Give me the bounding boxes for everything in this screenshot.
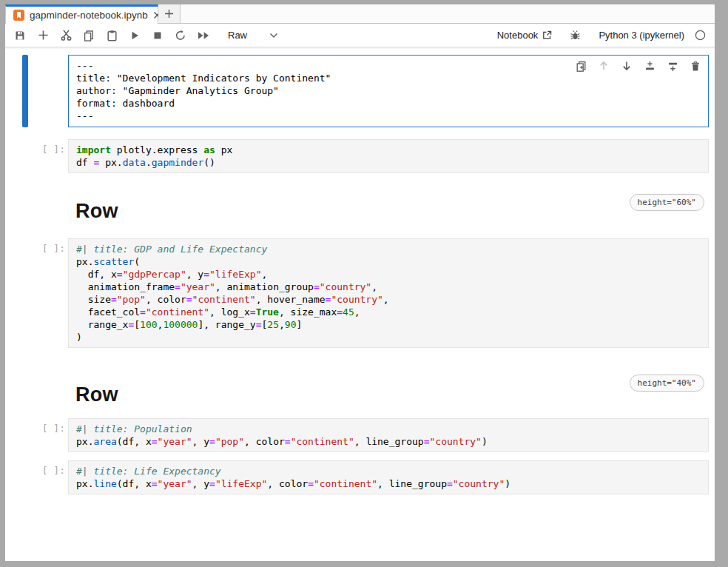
paste-icon[interactable]: [103, 27, 121, 44]
notebook-toolbar: Raw Notebook Python 3 (ipykernel): [5, 24, 715, 47]
cell-type-dropdown[interactable]: Raw: [228, 30, 278, 41]
markdown-rendered-body: Row height="40%": [68, 372, 709, 416]
raw-cell-editor[interactable]: ---title: "Development Indicators by Con…: [68, 55, 709, 127]
cell-code-line[interactable]: [ ]: #| title: Life Expectancypx.line(df…: [5, 460, 709, 494]
cut-icon[interactable]: [57, 27, 75, 44]
interrupt-kernel-icon[interactable]: [149, 27, 166, 44]
open-notebook-view-button[interactable]: Notebook: [497, 30, 553, 41]
cell-collapser[interactable]: [22, 139, 28, 173]
cell-prompt: [ ]:: [42, 423, 65, 434]
add-cell-icon[interactable]: [34, 27, 52, 44]
cell-code-scatter[interactable]: [ ]: #| title: GDP and Life Expectancypx…: [5, 238, 709, 348]
delete-cell-icon[interactable]: [689, 59, 702, 73]
restart-run-all-icon[interactable]: [195, 27, 212, 44]
code-lines: import plotly.express as pxdf = px.data.…: [76, 144, 701, 169]
cell-prompt: [ ]:: [42, 144, 65, 155]
chevron-down-icon: [269, 33, 278, 38]
code-lines: #| title: GDP and Life Expectancypx.scat…: [76, 243, 701, 343]
cell-gutter: [ ]:: [5, 460, 68, 494]
code-lines: #| title: Populationpx.area(df, x="year"…: [76, 423, 701, 448]
cell-gutter: [ ]:: [5, 139, 68, 173]
row-heading: Row: [75, 200, 701, 223]
kernel-status-icon[interactable]: [695, 30, 706, 41]
cell-collapser[interactable]: [22, 189, 28, 238]
markdown-rendered-body: Row height="60%": [68, 189, 709, 238]
tab-title: gapminder-notebook.ipynb: [30, 10, 148, 21]
save-icon[interactable]: [11, 27, 29, 44]
debugger-bug-icon[interactable]: [570, 30, 581, 41]
cell-gutter: [ ]:: [5, 238, 68, 348]
code-cell-editor[interactable]: import plotly.express as pxdf = px.data.…: [68, 139, 709, 173]
cell-collapser[interactable]: [22, 372, 28, 416]
notebook-file-icon: [13, 10, 24, 21]
cell-collapser[interactable]: [22, 55, 28, 127]
cell-gutter: [5, 189, 68, 238]
tab-bar-empty-space: [181, 4, 715, 23]
cell-collapser[interactable]: [22, 238, 28, 348]
copy-icon[interactable]: [80, 27, 98, 44]
notebook-content: ---title: "Development Indicators by Con…: [5, 47, 715, 561]
jupyterlab-window: gapminder-notebook.ipynb: [5, 4, 715, 561]
code-cell-editor[interactable]: #| title: Populationpx.area(df, x="year"…: [68, 418, 709, 452]
cell-raw-yaml[interactable]: ---title: "Development Indicators by Con…: [5, 55, 709, 127]
tab-gapminder-notebook[interactable]: gapminder-notebook.ipynb: [5, 4, 158, 24]
kernel-name[interactable]: Python 3 (ipykernel): [599, 30, 684, 41]
external-link-icon: [542, 30, 552, 40]
new-tab-button[interactable]: [158, 4, 181, 23]
cell-type-value: Raw: [228, 30, 247, 41]
cell-prompt: [ ]:: [42, 243, 65, 254]
move-up-icon[interactable]: [597, 59, 610, 73]
insert-above-icon[interactable]: [643, 59, 656, 73]
run-icon[interactable]: [126, 27, 144, 44]
cell-gutter: [5, 372, 68, 416]
cell-code-import[interactable]: [ ]: import plotly.express as pxdf = px.…: [5, 139, 709, 173]
cell-prompt: [ ]:: [42, 465, 65, 476]
height-attribute-badge: height="40%": [630, 375, 704, 392]
cell-code-area[interactable]: [ ]: #| title: Populationpx.area(df, x="…: [5, 418, 709, 452]
toolbar-right-group: Notebook Python 3 (ipykernel): [497, 30, 706, 41]
plus-icon: [164, 9, 174, 19]
cell-markdown-row-2[interactable]: Row height="40%": [5, 372, 709, 416]
cell-collapser[interactable]: [22, 418, 28, 452]
cell-markdown-row-1[interactable]: Row height="60%": [5, 189, 709, 238]
restart-kernel-icon[interactable]: [172, 27, 189, 44]
cell-gutter: [5, 55, 68, 127]
code-cell-editor[interactable]: #| title: Life Expectancypx.line(df, x="…: [68, 460, 709, 494]
insert-below-icon[interactable]: [666, 59, 679, 73]
notebook-view-label: Notebook: [497, 30, 539, 41]
cell-toolbar: [574, 59, 702, 73]
move-down-icon[interactable]: [620, 59, 633, 73]
cell-collapser[interactable]: [22, 460, 28, 494]
row-heading: Row: [75, 383, 701, 406]
cell-gutter: [ ]:: [5, 418, 68, 452]
code-cell-editor[interactable]: #| title: GDP and Life Expectancypx.scat…: [68, 238, 709, 348]
tab-bar: gapminder-notebook.ipynb: [5, 4, 715, 24]
code-lines: #| title: Life Expectancypx.line(df, x="…: [76, 465, 701, 490]
duplicate-cell-icon[interactable]: [574, 59, 587, 73]
height-attribute-badge: height="60%": [630, 194, 704, 211]
screen: { "tab_bar": { "active_tab": { "title": …: [0, 0, 728, 567]
